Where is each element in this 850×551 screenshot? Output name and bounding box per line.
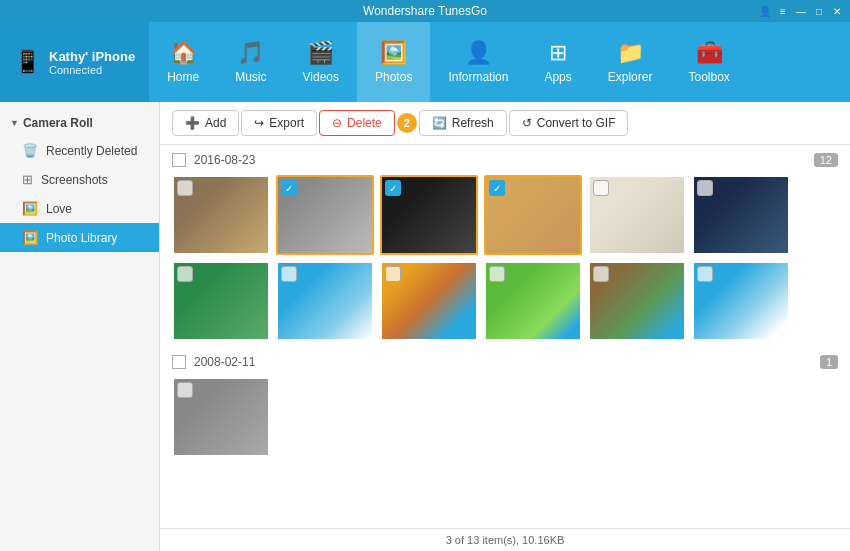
date-header-0: 2016-08-23 12 <box>172 153 838 167</box>
photo-thumb-p12[interactable] <box>692 261 790 341</box>
photos-nav-icon: 🖼️ <box>380 40 407 66</box>
export-icon: ↪ <box>254 116 264 130</box>
photo-thumb-p1[interactable] <box>172 175 270 255</box>
refresh-button[interactable]: 🔄 Refresh <box>419 110 507 136</box>
photo-checkbox-p9[interactable] <box>385 266 401 282</box>
photo-checkbox-p12[interactable] <box>697 266 713 282</box>
photo-checkbox-p6[interactable] <box>697 180 713 196</box>
music-nav-icon: 🎵 <box>237 40 264 66</box>
nav-item-photos[interactable]: 🖼️ Photos <box>357 22 430 102</box>
toolbar: ➕ Add ↪ Export ⊖ Delete 2 🔄 Refresh ↺ Co… <box>160 102 850 145</box>
toolbox-nav-label: Toolbox <box>688 70 729 84</box>
nav-item-explorer[interactable]: 📁 Explorer <box>590 22 671 102</box>
nav-item-music[interactable]: 🎵 Music <box>217 22 284 102</box>
love-sidebar-icon: 🖼️ <box>22 201 38 216</box>
sidebar-item-photo-library[interactable]: 🖼️ Photo Library <box>0 223 159 252</box>
nav-item-home[interactable]: 🏠 Home <box>149 22 217 102</box>
photo-thumb-p6[interactable] <box>692 175 790 255</box>
device-icon: 📱 <box>14 49 41 75</box>
device-info: 📱 Kathy' iPhone Connected <box>0 22 149 102</box>
photo-area[interactable]: 2016-08-23 12 ✓✓✓ 2008-02-11 1 <box>160 145 850 528</box>
add-button[interactable]: ➕ Add <box>172 110 239 136</box>
photo-checkbox-p11[interactable] <box>593 266 609 282</box>
sidebar-item-screenshots[interactable]: ⊞ Screenshots <box>0 165 159 194</box>
recently-deleted-sidebar-icon: 🗑️ <box>22 143 38 158</box>
screenshots-sidebar-icon: ⊞ <box>22 172 33 187</box>
date-header-left-0: 2016-08-23 <box>172 153 255 167</box>
photo-thumb-p8[interactable] <box>276 261 374 341</box>
photo-thumb-p2[interactable]: ✓ <box>276 175 374 255</box>
sidebar-group-label: Camera Roll <box>23 116 93 130</box>
photo-checkbox-p5[interactable] <box>593 180 609 196</box>
screenshots-sidebar-label: Screenshots <box>41 173 108 187</box>
device-text: Kathy' iPhone Connected <box>49 49 135 76</box>
photo-thumb-p10[interactable] <box>484 261 582 341</box>
date-group-0: 2016-08-23 12 ✓✓✓ <box>172 153 838 341</box>
delete-button[interactable]: ⊖ Delete <box>319 110 395 136</box>
device-status: Connected <box>49 64 135 76</box>
nav-item-toolbox[interactable]: 🧰 Toolbox <box>670 22 747 102</box>
photo-thumb-p9[interactable] <box>380 261 478 341</box>
add-label: Add <box>205 116 226 130</box>
apps-nav-label: Apps <box>544 70 571 84</box>
sidebar-item-recently-deleted[interactable]: 🗑️ Recently Deleted <box>0 136 159 165</box>
minimize-button[interactable]: — <box>794 4 808 18</box>
maximize-button[interactable]: □ <box>812 4 826 18</box>
music-nav-label: Music <box>235 70 266 84</box>
explorer-nav-label: Explorer <box>608 70 653 84</box>
date-group-1: 2008-02-11 1 <box>172 355 838 457</box>
photo-checkbox-p4[interactable]: ✓ <box>489 180 505 196</box>
photo-checkbox-p10[interactable] <box>489 266 505 282</box>
user-icon[interactable]: 👤 <box>758 4 772 18</box>
photo-thumb-p5[interactable] <box>588 175 686 255</box>
photo-thumb-p13[interactable] <box>172 377 270 457</box>
date-header-1: 2008-02-11 1 <box>172 355 838 369</box>
refresh-label: Refresh <box>452 116 494 130</box>
date-select-checkbox-0[interactable] <box>172 153 186 167</box>
app-title: Wondershare TunesGo <box>363 4 487 18</box>
delete-icon: ⊖ <box>332 116 342 130</box>
refresh-icon: 🔄 <box>432 116 447 130</box>
photo-checkbox-p1[interactable] <box>177 180 193 196</box>
photo-checkbox-p13[interactable] <box>177 382 193 398</box>
device-name: Kathy' iPhone <box>49 49 135 64</box>
photo-checkbox-p8[interactable] <box>281 266 297 282</box>
export-button[interactable]: ↪ Export <box>241 110 317 136</box>
photo-thumb-p11[interactable] <box>588 261 686 341</box>
photo-thumb-p4[interactable]: ✓ <box>484 175 582 255</box>
nav-items: 🏠 Home 🎵 Music 🎬 Videos 🖼️ Photos 👤 Info… <box>149 22 850 102</box>
close-button[interactable]: ✕ <box>830 4 844 18</box>
content-area: ➕ Add ↪ Export ⊖ Delete 2 🔄 Refresh ↺ Co… <box>160 102 850 551</box>
date-label-0: 2016-08-23 <box>194 153 255 167</box>
menu-icon[interactable]: ≡ <box>776 4 790 18</box>
photo-library-sidebar-icon: 🖼️ <box>22 230 38 245</box>
love-sidebar-label: Love <box>46 202 72 216</box>
photo-checkbox-p7[interactable] <box>177 266 193 282</box>
date-count-1: 1 <box>820 355 838 369</box>
date-select-checkbox-1[interactable] <box>172 355 186 369</box>
nav-item-information[interactable]: 👤 Information <box>430 22 526 102</box>
sidebar-item-love[interactable]: 🖼️ Love <box>0 194 159 223</box>
photos-grid-0: ✓✓✓ <box>172 175 838 341</box>
sidebar-group-header[interactable]: ▼ Camera Roll <box>0 110 159 136</box>
videos-nav-icon: 🎬 <box>307 40 334 66</box>
window-controls: 👤 ≡ — □ ✕ <box>758 4 844 18</box>
photo-checkbox-p3[interactable]: ✓ <box>385 180 401 196</box>
home-nav-icon: 🏠 <box>170 40 197 66</box>
collapse-arrow-icon: ▼ <box>10 118 19 128</box>
title-bar: Wondershare TunesGo 👤 ≡ — □ ✕ <box>0 0 850 22</box>
export-label: Export <box>269 116 304 130</box>
photo-checkbox-p2[interactable]: ✓ <box>281 180 297 196</box>
toolbox-nav-icon: 🧰 <box>696 40 723 66</box>
convert-gif-button[interactable]: ↺ Convert to GIF <box>509 110 629 136</box>
nav-bar: 📱 Kathy' iPhone Connected 🏠 Home 🎵 Music… <box>0 22 850 102</box>
nav-item-apps[interactable]: ⊞ Apps <box>526 22 589 102</box>
information-nav-label: Information <box>448 70 508 84</box>
photo-thumb-p7[interactable] <box>172 261 270 341</box>
delete-label: Delete <box>347 116 382 130</box>
nav-item-videos[interactable]: 🎬 Videos <box>285 22 357 102</box>
convert-icon: ↺ <box>522 116 532 130</box>
selection-badge: 2 <box>397 113 417 133</box>
photo-thumb-p3[interactable]: ✓ <box>380 175 478 255</box>
photos-nav-label: Photos <box>375 70 412 84</box>
